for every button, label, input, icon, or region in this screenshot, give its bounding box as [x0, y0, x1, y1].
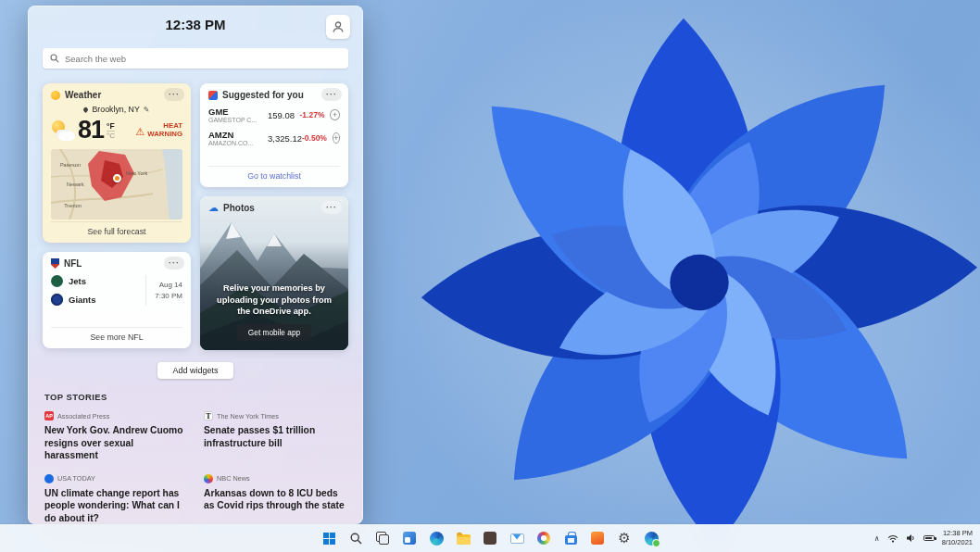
article-source: Associated Press: [57, 412, 109, 420]
map-city-label: Newark: [67, 182, 84, 187]
add-to-watchlist-button[interactable]: [330, 109, 340, 120]
stocks-widget[interactable]: Suggested for you GME GAMESTOP C... 159.…: [200, 83, 348, 187]
weather-more-button[interactable]: [164, 88, 184, 101]
search-input[interactable]: [65, 54, 341, 64]
panel-clock: 12:38 PM: [28, 17, 363, 32]
map-city-label: New York: [126, 170, 147, 176]
article-source: USA TODAY: [57, 474, 95, 483]
nfl-more-button[interactable]: [164, 257, 184, 270]
weather-widget-icon: [51, 91, 60, 100]
edge-beta-icon: [645, 532, 659, 546]
game-time: 7:30 PM: [155, 291, 182, 302]
volume-icon[interactable]: [906, 533, 916, 543]
stocks-title: Suggested for you: [222, 90, 304, 100]
get-mobile-app-button[interactable]: Get mobile app: [237, 324, 311, 341]
top-stories-section: TOP STORIES AP Associated Press New York…: [28, 379, 363, 524]
photos-message: Relive your memories by uploading your p…: [211, 282, 337, 318]
news-article[interactable]: USA TODAY UN climate change report has p…: [44, 474, 187, 524]
office-app-icon: [591, 532, 604, 545]
photos-app-button[interactable]: [533, 527, 555, 549]
stock-row[interactable]: AMZN AMAZON.CO... 3,325.12 -0.50%: [208, 130, 340, 146]
office-app-button[interactable]: [586, 527, 609, 549]
store-button[interactable]: [559, 527, 582, 549]
game-date: Aug 14: [155, 280, 182, 291]
task-view-icon: [376, 532, 389, 545]
warning-icon: [135, 122, 144, 139]
unit-celsius[interactable]: °C: [107, 131, 115, 140]
stock-price: 159.08: [268, 110, 295, 120]
edit-location-icon[interactable]: [144, 105, 150, 114]
heat-warning-alert[interactable]: HEAT WARNING: [135, 122, 182, 139]
nfl-title: NFL: [64, 258, 82, 269]
article-headline: Arkansas down to 8 ICU beds as Covid rip…: [204, 487, 346, 512]
weather-widget[interactable]: Weather Brooklyn, NY 81 °F: [43, 83, 191, 243]
unit-fahrenheit[interactable]: °F: [107, 121, 115, 131]
pinned-app-button[interactable]: [479, 527, 501, 549]
stock-name: AMAZON.CO...: [208, 140, 268, 146]
giants-logo-icon: [51, 294, 63, 306]
nfl-shield-icon: [51, 258, 59, 269]
desktop: 12:38 PM Weathe: [0, 0, 980, 552]
battery-icon[interactable]: [923, 535, 935, 541]
weather-map[interactable]: Paterson New York Newark Trenton: [51, 149, 182, 220]
start-button[interactable]: [318, 527, 340, 549]
see-full-forecast-link[interactable]: See full forecast: [51, 221, 182, 236]
partly-cloudy-icon: [51, 120, 75, 141]
team-name: Giants: [69, 295, 96, 305]
widgets-button[interactable]: [398, 527, 421, 549]
web-search-bar[interactable]: [43, 48, 348, 69]
news-article[interactable]: NBC News Arkansas down to 8 ICU beds as …: [204, 474, 346, 524]
photos-widget[interactable]: Photos: [200, 196, 348, 350]
search-icon: [350, 533, 362, 545]
network-icon[interactable]: [887, 534, 898, 543]
onedrive-cloud-icon: [208, 203, 219, 213]
tray-date: 8/10/2021: [942, 538, 973, 547]
settings-button[interactable]: [613, 527, 635, 549]
team-name: Jets: [69, 276, 86, 286]
article-headline: UN climate change report has people wond…: [44, 487, 187, 524]
stock-symbol: AMZN: [208, 130, 268, 140]
usa-today-logo-icon: [44, 474, 54, 483]
add-to-watchlist-button[interactable]: [333, 132, 340, 144]
search-icon: [50, 54, 59, 63]
article-headline: New York Gov. Andrew Cuomo resigns over …: [44, 424, 187, 462]
edge-beta-button[interactable]: [640, 527, 662, 549]
photos-more-button[interactable]: [321, 201, 342, 214]
stock-price: 3,325.12: [268, 133, 302, 144]
nfl-widget[interactable]: NFL Jets Giants: [43, 252, 191, 348]
nbc-news-logo-icon: [204, 474, 213, 483]
person-icon: [332, 20, 345, 33]
associated-press-logo-icon: AP: [44, 411, 54, 420]
stocks-more-button[interactable]: [321, 88, 342, 101]
profile-avatar-button[interactable]: [326, 15, 350, 39]
article-headline: Senate passes $1 trillion infrastructure…: [204, 424, 346, 449]
folder-icon: [457, 534, 471, 545]
see-more-nfl-link[interactable]: See more NFL: [51, 327, 182, 342]
stock-row[interactable]: GME GAMESTOP C... 159.08 -1.27%: [208, 107, 340, 123]
add-widgets-button[interactable]: Add widgets: [157, 362, 232, 379]
file-explorer-button[interactable]: [452, 527, 474, 549]
jets-logo-icon: [51, 275, 63, 287]
news-article[interactable]: T The New York Times Senate passes $1 tr…: [204, 411, 346, 462]
dark-app-icon: [484, 532, 496, 545]
taskbar-search-button[interactable]: [345, 527, 367, 549]
photos-icon: [537, 532, 550, 545]
map-city-label: Paterson: [60, 162, 81, 168]
article-source: NBC News: [217, 474, 250, 483]
nfl-game[interactable]: Jets Giants Aug 14 7:30 PM: [51, 275, 182, 306]
stock-change: -0.50%: [302, 133, 327, 143]
system-tray: 12:38 PM 8/10/2021: [874, 524, 973, 552]
widgets-panel-header: 12:38 PM: [28, 6, 363, 43]
new-york-times-logo-icon: T: [204, 411, 213, 420]
news-article[interactable]: AP Associated Press New York Gov. Andrew…: [44, 411, 187, 462]
task-view-button[interactable]: [371, 527, 394, 549]
tray-clock[interactable]: 12:38 PM 8/10/2021: [942, 529, 973, 547]
go-to-watchlist-link[interactable]: Go to watchlist: [208, 166, 340, 181]
widgets-icon: [403, 532, 416, 545]
gear-icon: [618, 530, 630, 546]
alert-line: WARNING: [147, 131, 182, 139]
mail-button[interactable]: [506, 527, 528, 549]
edge-button[interactable]: [425, 527, 447, 549]
hidden-icons-chevron-icon[interactable]: [874, 534, 880, 543]
widgets-panel: 12:38 PM Weathe: [28, 6, 363, 524]
